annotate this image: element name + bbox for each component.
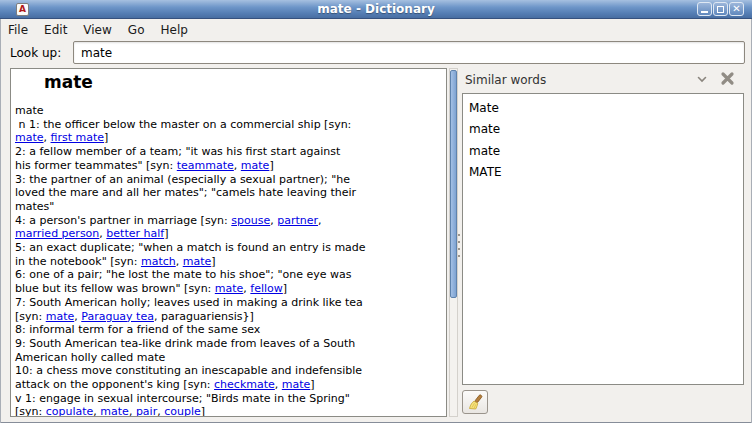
definition-line: 6: one of a pair; "he lost the mate to h… bbox=[15, 268, 366, 282]
titlebar: mate - Dictionary ✕ bbox=[0, 0, 752, 19]
similar-word-item[interactable]: Mate bbox=[463, 98, 743, 119]
menu-item-file[interactable]: File bbox=[0, 21, 36, 39]
minimize-icon bbox=[701, 11, 708, 13]
clear-button[interactable] bbox=[462, 390, 488, 414]
definition-line: [syn: copulate, mate, pair, couple] bbox=[15, 405, 366, 417]
synonym-link[interactable]: mate bbox=[15, 131, 44, 144]
similar-word-item[interactable]: mate bbox=[463, 119, 743, 140]
lookup-label: Look up: bbox=[10, 46, 61, 60]
definition-line: 8: informal term for a friend of the sam… bbox=[15, 323, 366, 337]
definition-line: mate bbox=[15, 104, 366, 118]
synonym-link[interactable]: fellow bbox=[250, 282, 282, 295]
window-title: mate - Dictionary bbox=[0, 2, 752, 16]
synonym-link[interactable]: Paraguay tea bbox=[81, 310, 154, 323]
scrollbar-thumb[interactable] bbox=[450, 70, 457, 298]
similar-word-item[interactable]: MATE bbox=[463, 162, 743, 183]
definition-line: 7: South American holly; leaves used in … bbox=[15, 296, 366, 310]
menubar: File Edit View Go Help bbox=[0, 19, 752, 40]
similar-word-item[interactable]: mate bbox=[463, 141, 743, 162]
definition-line: attack on the opponent's king [syn: chec… bbox=[15, 378, 366, 392]
definition-line: n 1: the officer below the master on a c… bbox=[15, 118, 366, 132]
definition-line: American holly called mate bbox=[15, 351, 366, 365]
definition-line: 10: a chess move constituting an inescap… bbox=[15, 364, 366, 378]
synonym-link[interactable]: better half bbox=[106, 227, 164, 240]
synonym-link[interactable]: mate bbox=[100, 405, 129, 417]
synonym-link[interactable]: checkmate bbox=[214, 378, 275, 391]
definition-scrollbar[interactable] bbox=[449, 68, 458, 417]
dictionary-window: mate - Dictionary ✕ File Edit View Go He… bbox=[0, 0, 752, 423]
definition-line: in the notebook" [syn: match, mate] bbox=[15, 255, 366, 269]
definition-line: v 1: engage in sexual intercourse; "Bird… bbox=[15, 392, 366, 406]
synonym-link[interactable]: married person bbox=[15, 227, 99, 240]
synonym-link[interactable]: first mate bbox=[51, 131, 105, 144]
maximize-button[interactable] bbox=[713, 2, 728, 16]
sidebar-title: Similar words bbox=[465, 73, 546, 87]
synonym-link[interactable]: copulate bbox=[46, 405, 94, 417]
definition-line: 9: South American tea-like drink made fr… bbox=[15, 337, 366, 351]
synonym-link[interactable]: pair bbox=[136, 405, 157, 417]
definition-heading: mate bbox=[44, 72, 93, 92]
synonym-link[interactable]: spouse bbox=[231, 214, 270, 227]
sidebar-header: Similar words bbox=[461, 69, 744, 91]
synonym-link[interactable]: partner bbox=[277, 214, 318, 227]
definition-line: 3: the partner of an animal (especially … bbox=[15, 173, 366, 187]
similar-words-list: MatematemateMATE bbox=[462, 93, 744, 385]
close-button[interactable]: ✕ bbox=[729, 2, 744, 16]
sidebar-close-icon[interactable] bbox=[720, 71, 735, 86]
definition-line: blue but its fellow was brown" [syn: mat… bbox=[15, 282, 366, 296]
definition-line: 4: a person's partner in marriage [syn: … bbox=[15, 214, 366, 228]
chevron-down-icon[interactable] bbox=[697, 76, 707, 83]
synonym-link[interactable]: mate bbox=[241, 159, 270, 172]
lookup-input[interactable] bbox=[73, 41, 745, 64]
pane-splitter-handle[interactable] bbox=[458, 234, 461, 262]
definition-line: mate, first mate] bbox=[15, 131, 366, 145]
clear-broom-icon bbox=[467, 394, 483, 410]
menu-item-help[interactable]: Help bbox=[152, 21, 195, 39]
definition-line: 2: a fellow member of a team; "it was hi… bbox=[15, 145, 366, 159]
synonym-link[interactable]: mate bbox=[282, 378, 311, 391]
synonym-link[interactable]: teammate bbox=[177, 159, 234, 172]
definition-line: loved the mare and all her mates"; "came… bbox=[15, 186, 366, 200]
synonym-link[interactable]: match bbox=[141, 255, 176, 268]
synonym-link[interactable]: mate bbox=[46, 310, 75, 323]
definition-line: mates" bbox=[15, 200, 366, 214]
menu-item-edit[interactable]: Edit bbox=[36, 21, 75, 39]
definition-panel: mate mate n 1: the officer below the mas… bbox=[10, 68, 447, 417]
menu-item-go[interactable]: Go bbox=[120, 21, 153, 39]
menu-item-view[interactable]: View bbox=[75, 21, 119, 39]
minimize-button[interactable] bbox=[697, 2, 712, 16]
definition-line: his former teammates" [syn: teammate, ma… bbox=[15, 159, 366, 173]
definition-text: mate n 1: the officer below the master o… bbox=[15, 104, 366, 417]
synonym-link[interactable]: mate bbox=[183, 255, 212, 268]
synonym-link[interactable]: couple bbox=[164, 405, 201, 417]
maximize-icon bbox=[717, 6, 724, 13]
definition-line: married person, better half] bbox=[15, 227, 366, 241]
synonym-link[interactable]: mate bbox=[215, 282, 244, 295]
definition-line: 5: an exact duplicate; "when a match is … bbox=[15, 241, 366, 255]
definition-line: [syn: mate, Paraguay tea, paraguariensis… bbox=[15, 310, 366, 324]
